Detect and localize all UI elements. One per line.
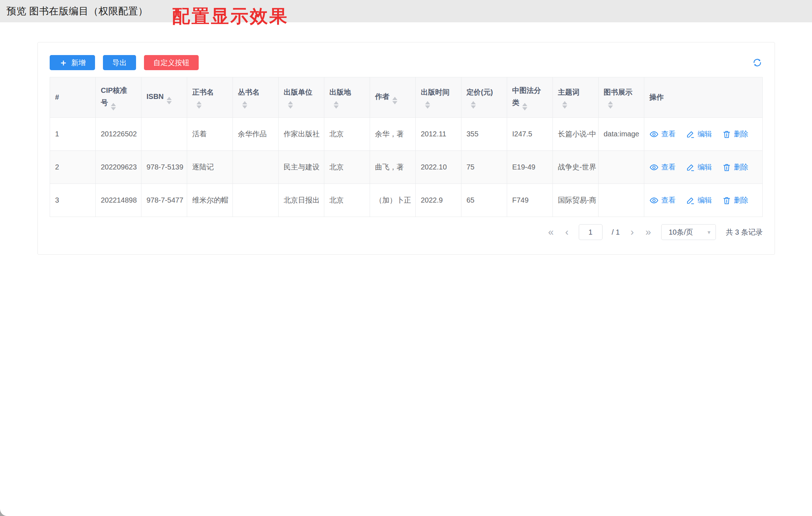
eye-icon xyxy=(649,163,659,172)
edit-button[interactable]: 编辑 xyxy=(686,195,712,205)
sort-caret[interactable] xyxy=(242,101,260,109)
cell: 978-7-5139 xyxy=(141,151,187,184)
pencil-icon xyxy=(686,130,695,139)
cell: 2012.11 xyxy=(416,118,461,151)
plus-icon: ＋ xyxy=(59,58,68,67)
cell xyxy=(599,184,644,217)
column-header-image: 图书展示 xyxy=(599,77,644,118)
actions-cell: 查看编辑删除 xyxy=(644,151,763,184)
next-page-button[interactable]: › xyxy=(629,227,635,237)
sort-caret[interactable] xyxy=(334,101,351,109)
sort-caret[interactable] xyxy=(522,103,527,110)
cell: 75 xyxy=(461,151,507,184)
trash-icon xyxy=(722,163,731,172)
window-corner xyxy=(0,507,9,516)
cell: E19-49 xyxy=(507,151,553,184)
column-header-subject: 主题词 xyxy=(553,77,599,118)
prev-page-button[interactable]: ‹ xyxy=(564,227,569,237)
column-header-cip: CIP核准号 xyxy=(96,77,141,118)
actions-cell: 查看编辑删除 xyxy=(644,118,763,151)
cell: 余华，著 xyxy=(370,118,416,151)
cell: （加）卜正 xyxy=(370,184,416,217)
cell xyxy=(233,151,279,184)
add-button-label: 新增 xyxy=(71,59,86,66)
actions-cell: 查看编辑删除 xyxy=(644,184,763,217)
delete-button[interactable]: 删除 xyxy=(722,162,748,172)
column-header-author: 作者 xyxy=(370,77,416,118)
eye-icon xyxy=(649,196,659,205)
sort-caret[interactable] xyxy=(608,101,632,109)
custom-button[interactable]: 自定义按钮 xyxy=(144,55,199,70)
page-size-select[interactable]: 10条/页 ▾ xyxy=(661,224,716,240)
column-header-actions: 操作 xyxy=(644,77,763,118)
column-header-publisher: 出版单位 xyxy=(279,77,324,118)
column-header-isbn: ISBN xyxy=(141,77,187,118)
column-header-pubdate: 出版时间 xyxy=(416,77,461,118)
dropdown-caret-icon: ▾ xyxy=(708,229,710,236)
cell: 978-7-5477 xyxy=(141,184,187,217)
table-row: 3202214898978-7-5477维米尔的帽北京日报出北京（加）卜正202… xyxy=(50,184,763,217)
cell: 2022.10 xyxy=(416,151,461,184)
view-button[interactable]: 查看 xyxy=(649,195,676,205)
edit-button[interactable]: 编辑 xyxy=(686,129,712,139)
pagination: « ‹ / 1 › » 10条/页 ▾ 共 3 条记录 xyxy=(50,224,763,240)
cell: 65 xyxy=(461,184,507,217)
page-input[interactable] xyxy=(579,224,603,240)
add-button[interactable]: ＋ 新增 xyxy=(50,55,95,70)
custom-button-label: 自定义按钮 xyxy=(153,59,189,66)
cell xyxy=(141,118,187,151)
first-page-button[interactable]: « xyxy=(547,227,555,237)
view-button[interactable]: 查看 xyxy=(649,129,676,139)
page-size-value: 10条/页 xyxy=(669,227,693,237)
last-page-button[interactable]: » xyxy=(644,227,652,237)
table-row: 1201226502活着余华作品作家出版社北京余华，著2012.11355I24… xyxy=(50,118,763,151)
pencil-icon xyxy=(686,196,695,205)
cell: 北京 xyxy=(324,184,370,217)
delete-button[interactable]: 删除 xyxy=(722,195,748,205)
cell: 国际贸易-商 xyxy=(553,184,599,217)
toolbar: ＋ 新增 导出 自定义按钮 xyxy=(50,55,763,70)
sort-caret[interactable] xyxy=(111,103,116,110)
cell: 2 xyxy=(50,151,96,184)
export-button[interactable]: 导出 xyxy=(103,55,136,70)
sort-caret[interactable] xyxy=(425,101,450,109)
cell: 北京日报出 xyxy=(279,184,324,217)
records-total: 共 3 条记录 xyxy=(726,227,763,237)
page-of-label: / 1 xyxy=(612,228,620,236)
cell: 活着 xyxy=(187,118,233,151)
delete-button[interactable]: 删除 xyxy=(722,129,748,139)
cell: 曲飞，著 xyxy=(370,151,416,184)
export-button-label: 导出 xyxy=(112,59,127,66)
table-row: 2202209623978-7-5139逐陆记民主与建设北京曲飞，著2022.1… xyxy=(50,151,763,184)
cell: 202209623 xyxy=(96,151,141,184)
eye-icon xyxy=(649,130,659,139)
cell: 民主与建设 xyxy=(279,151,324,184)
trash-icon xyxy=(722,130,731,139)
sort-caret[interactable] xyxy=(392,97,397,104)
page-title: 预览 图书在版编目（权限配置） xyxy=(6,5,148,18)
sort-caret[interactable] xyxy=(562,101,579,109)
cell: F749 xyxy=(507,184,553,217)
refresh-icon[interactable] xyxy=(752,57,763,68)
cell: 战争史-世界 xyxy=(553,151,599,184)
column-header-price: 定价(元) xyxy=(461,77,507,118)
annotation-text: 配置显示效果 xyxy=(172,4,289,28)
sort-caret[interactable] xyxy=(167,97,172,104)
books-table: # CIP核准号 ISBN 正书名 丛书名 出版单位 出版地 xyxy=(50,77,763,217)
cell: 北京 xyxy=(324,151,370,184)
sort-caret[interactable] xyxy=(288,101,312,109)
sort-caret[interactable] xyxy=(197,101,214,109)
cell xyxy=(233,184,279,217)
column-header-clc: 中图法分类 xyxy=(507,77,553,118)
cell: I247.5 xyxy=(507,118,553,151)
view-button[interactable]: 查看 xyxy=(649,162,676,172)
topbar: 预览 图书在版编目（权限配置） 配置显示效果 xyxy=(0,0,812,22)
edit-button[interactable]: 编辑 xyxy=(686,162,712,172)
cell: data:image xyxy=(599,118,644,151)
cell: 逐陆记 xyxy=(187,151,233,184)
cell: 长篇小说-中 xyxy=(553,118,599,151)
column-header-place: 出版地 xyxy=(324,77,370,118)
cell: 余华作品 xyxy=(233,118,279,151)
cell: 1 xyxy=(50,118,96,151)
sort-caret[interactable] xyxy=(471,101,493,109)
